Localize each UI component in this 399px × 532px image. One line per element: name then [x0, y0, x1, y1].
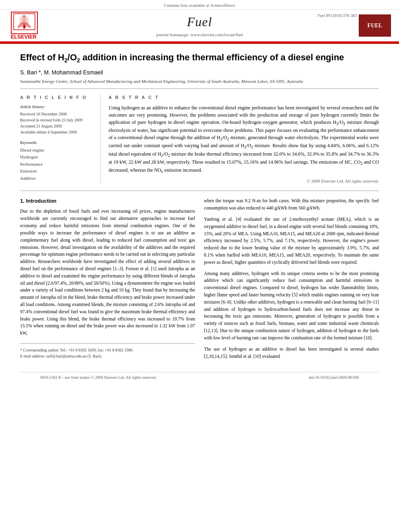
keywords-block: Keywords: Diesel engine Hydrogen Perform… [20, 140, 95, 182]
elsevier-logo: ELSEVIER [8, 14, 40, 37]
red-divider-bar [0, 41, 399, 43]
footnote-corresponding: * Corresponding author. Tel.: +61 8 8302… [20, 347, 195, 353]
journal-homepage: journal homepage: www.elsevier.com/locat… [40, 32, 359, 38]
journal-top-bar: Contents lists available at ScienceDirec… [0, 0, 399, 10]
sciencedirect-label: Contents lists available at ScienceDirec… [164, 3, 235, 8]
article-title: Effect of H2/O2 addition in increasing t… [20, 52, 379, 64]
journal-banner: ELSEVIER Fuel 89 (2010) 378–383 Fuel jou… [0, 10, 399, 41]
footnote-email: E-mail address: saiful.bari@unisa.edu.au… [20, 353, 195, 359]
article-info-label: A R T I C L E I N F O [20, 94, 95, 101]
keywords-label: Keywords: [20, 140, 95, 146]
elsevier-name: ELSEVIER [11, 34, 38, 39]
revised-date: Received in revised form 23 July 2009 [20, 117, 95, 123]
intro-paragraph-4: Among many additives, hydrogen with its … [204, 270, 379, 342]
page: Contents lists available at ScienceDirec… [0, 0, 399, 391]
body-section: 1. Introduction Due to the depletion of … [20, 197, 379, 364]
journal-header: Contents lists available at ScienceDirec… [0, 0, 399, 44]
intro-paragraph-1: Due to the depletion of fossil fuels and… [20, 208, 195, 337]
author-names: S. Bari *, M. Mohammad Esmaeil [20, 69, 103, 76]
article-history-block: Article history: Received 16 December 20… [20, 104, 95, 135]
info-abstract-section: A R T I C L E I N F O Article history: R… [20, 94, 379, 191]
journal-name: Fuel [40, 13, 359, 31]
elsevier-logo-box [11, 12, 38, 34]
received-date: Received 16 December 2008 [20, 111, 95, 117]
footnotes-section: * Corresponding author. Tel.: +61 8 8302… [20, 343, 195, 359]
authors: S. Bari *, M. Mohammad Esmaeil [20, 69, 379, 77]
footer-doi: doi:10.1016/j.fuel.2009.08.030 [309, 375, 359, 380]
keyword-performance: Performance [20, 161, 95, 168]
keyword-additive: Additive [20, 175, 95, 182]
copyright: © 2009 Elsevier Ltd. All rights reserved… [109, 178, 379, 184]
body-right-column: when the torque was 9.2 N-m for both cas… [204, 197, 379, 364]
elsevier-tree-icon [13, 13, 35, 30]
article-reference: Fuel 89 (2010) 378–383 [318, 13, 357, 18]
svg-point-3 [23, 15, 25, 18]
accepted-date: Accepted 21 August 2009 [20, 123, 95, 129]
abstract-text: Using hydrogen as an additive to enhance… [109, 104, 379, 175]
keyword-emission: Emission [20, 168, 95, 175]
footer-issn: 0016-2361/$ – see front matter © 2009 El… [40, 375, 156, 380]
article-history-label: Article history: [20, 104, 95, 110]
available-date: Available online 4 September 2009 [20, 129, 95, 135]
intro-paragraph-3: Yanfeng et al. [4] evaluated the use of … [204, 216, 379, 266]
intro-section-title: 1. Introduction [20, 197, 195, 205]
keyword-hydrogen: Hydrogen [20, 154, 95, 161]
journal-center: Fuel 89 (2010) 378–383 Fuel journal home… [40, 13, 359, 38]
abstract-column: A B S T R A C T Using hydrogen as an add… [109, 94, 379, 184]
article-content: Effect of H2/O2 addition in increasing t… [0, 44, 399, 391]
abstract-label: A B S T R A C T [109, 94, 379, 101]
article-info-column: A R T I C L E I N F O Article history: R… [20, 94, 101, 184]
intro-paragraph-2: when the torque was 9.2 N-m for both cas… [204, 197, 379, 212]
page-footer: 0016-2361/$ – see front matter © 2009 El… [20, 372, 379, 383]
keyword-diesel-engine: Diesel engine [20, 147, 95, 154]
fuel-logo-right [359, 14, 391, 37]
affiliation: Sustainable Energy Centre, School of Adv… [20, 78, 379, 89]
body-left-column: 1. Introduction Due to the depletion of … [20, 197, 195, 364]
intro-paragraph-5: The use of hydrogen as an additive to di… [204, 346, 379, 360]
